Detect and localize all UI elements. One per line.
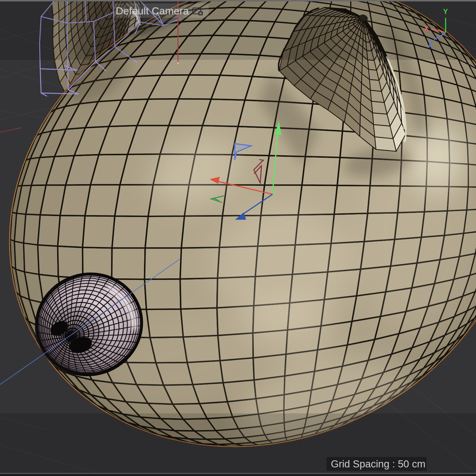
svg-text:Z: Z bbox=[428, 40, 433, 48]
svg-text:Default Camera: Default Camera bbox=[116, 5, 189, 17]
svg-text:Grid Spacing : 50 cm: Grid Spacing : 50 cm bbox=[331, 458, 425, 470]
svg-text:Y: Y bbox=[443, 8, 448, 16]
svg-text:X: X bbox=[424, 25, 429, 33]
